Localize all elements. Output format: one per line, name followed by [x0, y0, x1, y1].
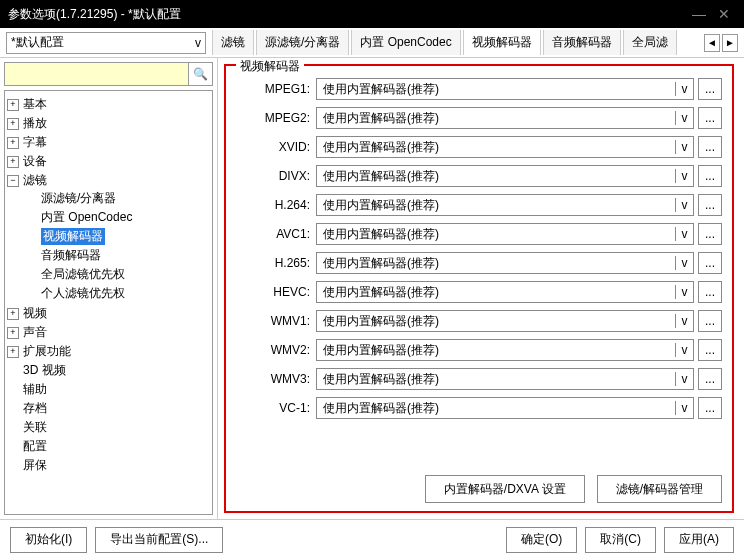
codec-select[interactable]: 使用内置解码器(推荐)v [316, 223, 694, 245]
tree-item[interactable]: 源滤镜/分离器 [25, 190, 210, 207]
tree-spacer [25, 250, 37, 262]
codec-more-button[interactable]: ... [698, 368, 722, 390]
tab-5[interactable]: 全局滤 [623, 30, 677, 55]
codec-more-button[interactable]: ... [698, 223, 722, 245]
cancel-button[interactable]: 取消(C) [585, 527, 656, 553]
expand-icon[interactable]: + [7, 308, 19, 320]
search-input[interactable] [5, 63, 188, 85]
codec-select[interactable]: 使用内置解码器(推荐)v [316, 107, 694, 129]
tree-item-label: 个人滤镜优先权 [41, 285, 125, 302]
tree-item[interactable]: +设备 [7, 153, 210, 170]
codec-select[interactable]: 使用内置解码器(推荐)v [316, 78, 694, 100]
codec-row: MPEG1:使用内置解码器(推荐)v... [236, 78, 722, 100]
codec-select[interactable]: 使用内置解码器(推荐)v [316, 252, 694, 274]
ok-button[interactable]: 确定(O) [506, 527, 577, 553]
expand-icon[interactable]: + [7, 346, 19, 358]
tab-2[interactable]: 内置 OpenCodec [351, 30, 460, 55]
codec-more-button[interactable]: ... [698, 310, 722, 332]
codec-select-value: 使用内置解码器(推荐) [317, 110, 675, 127]
tree-item[interactable]: 辅助 [7, 381, 210, 398]
codec-label: WMV2: [236, 343, 316, 357]
codec-more-button[interactable]: ... [698, 252, 722, 274]
tree-item-label: 设备 [23, 153, 47, 170]
tree-item-label: 视频 [23, 305, 47, 322]
tree-item-label: 屏保 [23, 457, 47, 474]
tree-item[interactable]: +基本 [7, 96, 210, 113]
tree-item-label: 扩展功能 [23, 343, 71, 360]
search-icon[interactable]: 🔍 [188, 63, 212, 85]
expand-icon[interactable]: + [7, 118, 19, 130]
chevron-down-icon: v [195, 36, 201, 50]
codec-label: XVID: [236, 140, 316, 154]
tree-item[interactable]: +扩展功能 [7, 343, 210, 360]
tree-item[interactable]: 存档 [7, 400, 210, 417]
tree-item[interactable]: 配置 [7, 438, 210, 455]
codec-row: AVC1:使用内置解码器(推荐)v... [236, 223, 722, 245]
codec-select[interactable]: 使用内置解码器(推荐)v [316, 194, 694, 216]
filter-decoder-manage-button[interactable]: 滤镜/解码器管理 [597, 475, 722, 503]
tree-item-label: 视频解码器 [41, 228, 105, 245]
codec-label: VC-1: [236, 401, 316, 415]
codec-row: MPEG2:使用内置解码器(推荐)v... [236, 107, 722, 129]
export-config-button[interactable]: 导出当前配置(S)... [95, 527, 223, 553]
tree-item-label: 滤镜 [23, 172, 47, 189]
codec-more-button[interactable]: ... [698, 165, 722, 187]
codec-select[interactable]: 使用内置解码器(推荐)v [316, 136, 694, 158]
codec-more-button[interactable]: ... [698, 281, 722, 303]
tab-scroll-left[interactable]: ◄ [704, 34, 720, 52]
expand-icon[interactable]: + [7, 327, 19, 339]
apply-button[interactable]: 应用(A) [664, 527, 734, 553]
codec-row: WMV2:使用内置解码器(推荐)v... [236, 339, 722, 361]
codec-more-button[interactable]: ... [698, 136, 722, 158]
codec-select[interactable]: 使用内置解码器(推荐)v [316, 339, 694, 361]
tree-spacer [25, 231, 37, 243]
codec-more-button[interactable]: ... [698, 339, 722, 361]
internal-decoder-dxva-button[interactable]: 内置解码器/DXVA 设置 [425, 475, 585, 503]
chevron-down-icon: v [675, 401, 693, 415]
codec-row: WMV3:使用内置解码器(推荐)v... [236, 368, 722, 390]
tree-item[interactable]: 关联 [7, 419, 210, 436]
tab-0[interactable]: 滤镜 [212, 30, 254, 55]
expand-icon[interactable]: + [7, 156, 19, 168]
codec-select-value: 使用内置解码器(推荐) [317, 81, 675, 98]
tree-item[interactable]: 全局滤镜优先权 [25, 266, 210, 283]
tab-3[interactable]: 视频解码器 [463, 30, 541, 55]
tree-item[interactable]: +声音 [7, 324, 210, 341]
tree-item[interactable]: 视频解码器 [25, 228, 210, 245]
codec-select[interactable]: 使用内置解码器(推荐)v [316, 310, 694, 332]
tree-item[interactable]: 个人滤镜优先权 [25, 285, 210, 302]
tree-item[interactable]: +字幕 [7, 134, 210, 151]
tab-4[interactable]: 音频解码器 [543, 30, 621, 55]
codec-select[interactable]: 使用内置解码器(推荐)v [316, 281, 694, 303]
codec-select[interactable]: 使用内置解码器(推荐)v [316, 397, 694, 419]
tab-1[interactable]: 源滤镜/分离器 [256, 30, 349, 55]
tab-scroll-right[interactable]: ► [722, 34, 738, 52]
minimize-button[interactable]: — [686, 6, 712, 22]
tree-item[interactable]: +视频 [7, 305, 210, 322]
tree-item[interactable]: +播放 [7, 115, 210, 132]
codec-select-value: 使用内置解码器(推荐) [317, 313, 675, 330]
codec-select[interactable]: 使用内置解码器(推荐)v [316, 368, 694, 390]
tree-item[interactable]: 内置 OpenCodec [25, 209, 210, 226]
codec-row: WMV1:使用内置解码器(推荐)v... [236, 310, 722, 332]
tree-item[interactable]: 音频解码器 [25, 247, 210, 264]
codec-more-button[interactable]: ... [698, 397, 722, 419]
expand-icon[interactable]: + [7, 99, 19, 111]
chevron-down-icon: v [675, 372, 693, 386]
init-button[interactable]: 初始化(I) [10, 527, 87, 553]
codec-more-button[interactable]: ... [698, 107, 722, 129]
tree-item[interactable]: 屏保 [7, 457, 210, 474]
codec-more-button[interactable]: ... [698, 194, 722, 216]
close-button[interactable]: ✕ [712, 6, 736, 22]
codec-select[interactable]: 使用内置解码器(推荐)v [316, 165, 694, 187]
tree-spacer [7, 441, 19, 453]
video-decoder-panel: 视频解码器 MPEG1:使用内置解码器(推荐)v...MPEG2:使用内置解码器… [224, 64, 734, 513]
collapse-icon[interactable]: − [7, 175, 19, 187]
tree-item[interactable]: −滤镜 [7, 172, 210, 189]
codec-select-value: 使用内置解码器(推荐) [317, 342, 675, 359]
codec-more-button[interactable]: ... [698, 78, 722, 100]
expand-icon[interactable]: + [7, 137, 19, 149]
tree-item[interactable]: 3D 视频 [7, 362, 210, 379]
profile-select[interactable]: *默认配置 v [6, 32, 206, 54]
tree-item-label: 源滤镜/分离器 [41, 190, 116, 207]
